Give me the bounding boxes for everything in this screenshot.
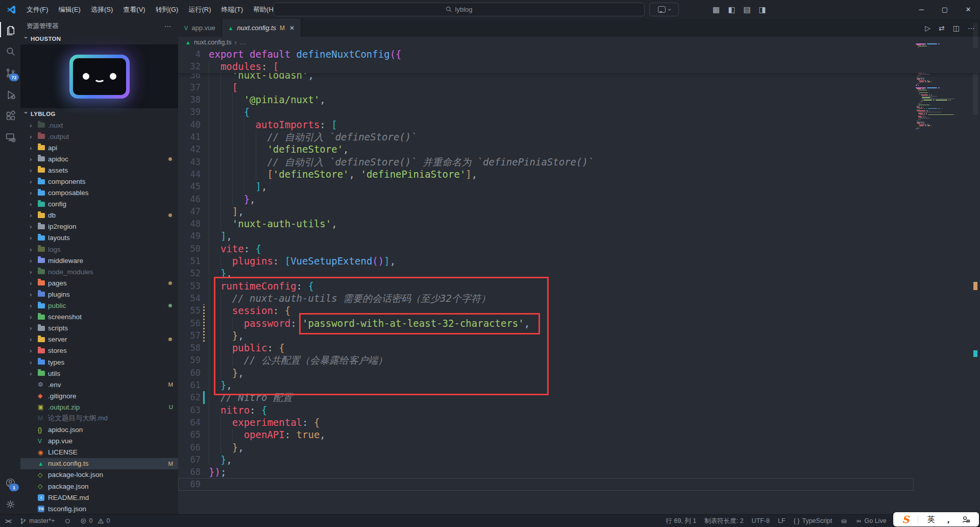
activitybar-run-debug[interactable] bbox=[0, 83, 20, 105]
tree-item-论文题目与大纲.md[interactable]: ›M论文题目与大纲.md bbox=[20, 413, 178, 424]
folder-icon bbox=[38, 202, 48, 207]
tree-item-.output.zip[interactable]: ›▣.output.zipU bbox=[20, 401, 178, 413]
language-mode[interactable]: { } TypeScript bbox=[794, 517, 832, 524]
tree-item-utils[interactable]: ›utils bbox=[20, 368, 178, 379]
folder-icon bbox=[38, 280, 48, 285]
tree-item-README.md[interactable]: ›iREADME.md bbox=[20, 492, 178, 503]
tree-item-db[interactable]: ›db bbox=[20, 210, 178, 221]
ime-language-mode[interactable]: 英 bbox=[927, 515, 935, 524]
activitybar-search[interactable] bbox=[0, 40, 20, 62]
encoding[interactable]: UTF-8 bbox=[752, 517, 770, 524]
sync-button[interactable] bbox=[64, 518, 71, 524]
tree-item-apidoc.json[interactable]: ›{}apidoc.json bbox=[20, 424, 178, 436]
tree-item-pages[interactable]: ›pages bbox=[20, 277, 178, 289]
section-lyblog[interactable]: › LYBLOG bbox=[20, 108, 178, 119]
menu-item-运行(R)[interactable]: 运行(R) bbox=[183, 0, 216, 19]
tree-item-tsconfig.json[interactable]: ›TStsconfig.json bbox=[20, 503, 178, 514]
menu-item-选择(S)[interactable]: 选择(S) bbox=[86, 0, 118, 19]
sogou-logo[interactable]: S bbox=[902, 514, 909, 525]
tab-app.vue[interactable]: Vapp.vue bbox=[178, 19, 222, 37]
copilot-button[interactable]: › bbox=[649, 3, 679, 16]
tree-item-nuxt.config.ts[interactable]: ›▲nuxt.config.tsM bbox=[20, 458, 178, 469]
tree-item-server[interactable]: ›server bbox=[20, 334, 178, 345]
tree-item-app.vue[interactable]: ›Vapp.vue bbox=[20, 436, 178, 447]
activitybar-explorer[interactable] bbox=[0, 19, 20, 40]
code-text: }, bbox=[209, 453, 232, 466]
activitybar-remote-explorer[interactable] bbox=[0, 126, 20, 148]
ime-toolbar[interactable]: S 英 ， bbox=[893, 512, 979, 526]
tree-item-package-lock.json[interactable]: ›◇package-lock.json bbox=[20, 469, 178, 481]
menu-item-转到(G)[interactable]: 转到(G) bbox=[151, 0, 184, 19]
activitybar-source-control[interactable]: 72 bbox=[0, 62, 20, 83]
maximize-button[interactable]: ▢ bbox=[933, 0, 957, 19]
tree-item-apidoc[interactable]: ›apidoc bbox=[20, 153, 178, 164]
split-editor-icon[interactable]: ◫ bbox=[953, 24, 960, 32]
indent-guide bbox=[220, 93, 232, 106]
overview-ruler[interactable] bbox=[973, 19, 978, 515]
tree-item-public[interactable]: ›public bbox=[20, 300, 178, 312]
tree-item-components[interactable]: ›components bbox=[20, 176, 178, 187]
remote-indicator[interactable]: >< bbox=[5, 517, 11, 525]
tab-nuxt.config.ts[interactable]: ▲nuxt.config.tsM✕ bbox=[222, 19, 302, 38]
tree-item-.nuxt[interactable]: ›.nuxt bbox=[20, 119, 178, 131]
tree-item-screenshot[interactable]: ›screenshot bbox=[20, 312, 178, 323]
minimize-button[interactable]: ─ bbox=[910, 0, 933, 19]
customize-layout-icon[interactable]: ▦ bbox=[713, 5, 720, 14]
code-line-66: 66 }, bbox=[178, 441, 914, 453]
tree-item-.gitignore[interactable]: ›◆.gitignore bbox=[20, 390, 178, 401]
tree-item-package.json[interactable]: ›◇package.json bbox=[20, 481, 178, 492]
menu-item-终端(T)[interactable]: 终端(T) bbox=[216, 0, 248, 19]
menu-item-编辑(E)[interactable]: 编辑(E) bbox=[54, 0, 86, 19]
ime-punctuation-mode[interactable]: ， bbox=[944, 514, 952, 525]
activitybar-extensions[interactable] bbox=[0, 105, 20, 126]
tree-item-config[interactable]: ›config bbox=[20, 199, 178, 210]
menu-item-文件(F)[interactable]: 文件(F) bbox=[21, 0, 54, 19]
code-editor[interactable]: 4export default defineNuxtConfig({32 mod… bbox=[178, 48, 980, 515]
tree-item-ip2region[interactable]: ›ip2region bbox=[20, 221, 178, 232]
menu-item-查看(V)[interactable]: 查看(V) bbox=[118, 0, 150, 19]
tree-item-api[interactable]: ›api bbox=[20, 142, 178, 153]
tree-item-.env[interactable]: ›⚙.envM bbox=[20, 379, 178, 390]
ime-user-keyboard-icon[interactable] bbox=[962, 515, 970, 524]
close-button[interactable]: ✕ bbox=[957, 0, 980, 19]
chevron-right-icon: › bbox=[30, 336, 38, 343]
toggle-primary-sidebar-icon[interactable]: ◧ bbox=[728, 5, 735, 14]
tree-item-logs[interactable]: ›logs bbox=[20, 244, 178, 255]
problems-item[interactable]: 0 0 bbox=[80, 517, 110, 524]
run-file-icon[interactable]: ▷ bbox=[925, 24, 930, 32]
indent-guide bbox=[209, 441, 220, 453]
breadcrumb[interactable]: ▲ nuxt.config.ts › … bbox=[178, 37, 980, 48]
close-tab-icon[interactable]: ✕ bbox=[289, 25, 295, 32]
section-houston[interactable]: › HOUSTON bbox=[20, 33, 178, 44]
tree-item-.output[interactable]: ›.output bbox=[20, 131, 178, 142]
git-branch-item[interactable]: master*+ bbox=[20, 517, 55, 524]
tree-item-types[interactable]: ›types bbox=[20, 356, 178, 368]
command-center-search[interactable]: lyblog bbox=[273, 3, 645, 16]
gutter bbox=[201, 205, 209, 218]
go-live-button[interactable]: Go Live bbox=[855, 517, 887, 524]
toggle-secondary-sidebar-icon[interactable]: ◨ bbox=[759, 5, 766, 14]
tree-item-LICENSE[interactable]: ›◉LICENSE bbox=[20, 447, 178, 458]
tree-item-middleware[interactable]: ›middleware bbox=[20, 255, 178, 266]
tree-item-layouts[interactable]: ›layouts bbox=[20, 232, 178, 244]
indentation[interactable]: 制表符长度: 2 bbox=[704, 517, 743, 525]
more-actions-icon[interactable]: ⋯ bbox=[164, 22, 172, 30]
toggle-panel-icon[interactable]: ▤ bbox=[743, 5, 750, 14]
line-number: 68 bbox=[178, 466, 201, 478]
cursor-position[interactable]: 行 69, 列 1 bbox=[666, 517, 696, 525]
tree-item-assets[interactable]: ›assets bbox=[20, 164, 178, 176]
code-line-45: 45 ], bbox=[178, 180, 914, 193]
tree-item-label: logs bbox=[48, 246, 61, 253]
tree-item-scripts[interactable]: ›scripts bbox=[20, 323, 178, 334]
copilot-status[interactable] bbox=[841, 518, 847, 524]
tree-item-composables[interactable]: ›composables bbox=[20, 187, 178, 199]
tree-item-plugins[interactable]: ›plugins bbox=[20, 289, 178, 300]
tree-item-node_modules[interactable]: ›node_modules bbox=[20, 266, 178, 277]
indent-guide bbox=[244, 118, 256, 131]
activitybar-settings[interactable] bbox=[0, 493, 20, 515]
open-changes-icon[interactable]: ⇄ bbox=[939, 24, 945, 32]
code-text: autoImports: [ bbox=[209, 118, 337, 131]
tree-item-stores[interactable]: ›stores bbox=[20, 345, 178, 356]
activitybar-account[interactable]: 1 bbox=[0, 472, 20, 493]
eol-sequence[interactable]: LF bbox=[778, 517, 786, 524]
